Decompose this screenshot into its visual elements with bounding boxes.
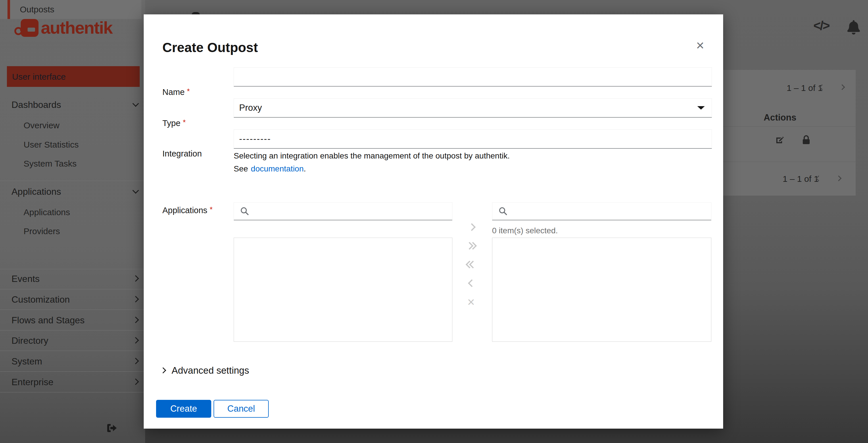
sidebar-item-overview[interactable]: Overview — [24, 121, 60, 130]
authentik-logo-text: authentik — [41, 18, 113, 38]
selected-search-input[interactable] — [492, 202, 711, 220]
required-marker: * — [210, 205, 212, 214]
sidebar-separator — [0, 392, 145, 392]
name-input[interactable] — [234, 67, 712, 87]
sidebar-item-outposts-selected[interactable]: Outposts — [0, 0, 142, 19]
sidebar-group-flows-and-stages[interactable]: Flows and Stages — [11, 315, 85, 326]
sidebar: authentik User interface Dashboards Over… — [0, 0, 145, 443]
sidebar-item-user-statistics[interactable]: User Statistics — [24, 140, 79, 150]
edit-icon[interactable] — [775, 136, 784, 146]
bell-icon[interactable] — [847, 20, 860, 36]
actions-column-header: Actions — [764, 113, 797, 123]
sidebar-group-directory[interactable]: Directory — [11, 335, 48, 346]
cancel-button[interactable]: Cancel — [214, 400, 269, 418]
lock-icon[interactable] — [802, 135, 810, 146]
chevron-down-icon — [132, 187, 139, 194]
sidebar-separator — [0, 181, 145, 181]
user-interface-label: User interface — [12, 72, 66, 82]
advanced-settings-toggle[interactable]: Advanced settings — [172, 365, 249, 376]
sidebar-separator — [0, 269, 145, 269]
close-icon[interactable]: × — [696, 38, 704, 52]
documentation-link[interactable]: documentation — [251, 164, 304, 173]
sidebar-item-system-tasks[interactable]: System Tasks — [24, 159, 77, 169]
create-button[interactable]: Create — [156, 400, 211, 418]
applications-field-label: Applications* — [162, 205, 213, 215]
sidebar-item-applications[interactable]: Applications — [24, 207, 70, 217]
sidebar-group-dashboards[interactable]: Dashboards — [11, 99, 61, 110]
chevron-right-icon — [132, 358, 139, 364]
chevron-right-icon — [132, 296, 139, 303]
selected-applications-list[interactable] — [492, 238, 711, 342]
authentik-logo-icon-slot — [28, 28, 35, 32]
sidebar-group-events[interactable]: Events — [11, 273, 40, 284]
required-marker: * — [187, 87, 190, 95]
move-all-right-icon[interactable] — [467, 243, 476, 250]
chevron-right-icon[interactable] — [160, 367, 166, 374]
name-field-label: Name* — [162, 87, 190, 97]
integration-field-label: Integration — [162, 149, 202, 158]
screen: 1 – 1 of 1 Actions 1 – 1 of 1 </> authen… — [0, 0, 868, 443]
chevron-right-icon — [132, 317, 139, 323]
sign-out-icon[interactable] — [106, 424, 117, 433]
sidebar-item-outposts-label: Outposts — [20, 5, 54, 14]
available-applications-list[interactable] — [234, 238, 453, 342]
user-interface-button[interactable]: User interface — [7, 66, 140, 87]
create-outpost-modal: Create Outpost × Name* Type* Proxy Integ… — [144, 14, 723, 429]
chevron-down-icon — [697, 106, 705, 110]
sidebar-item-providers[interactable]: Providers — [24, 227, 60, 236]
pagination-bottom-text: 1 – 1 of 1 — [783, 174, 818, 184]
sidebar-group-applications[interactable]: Applications — [11, 186, 61, 197]
selected-count-text: 0 item(s) selected. — [492, 226, 558, 235]
move-all-left-icon[interactable] — [467, 262, 476, 268]
pagination-next-icon[interactable] — [839, 84, 845, 90]
chevron-right-icon — [132, 275, 139, 282]
api-code-icon[interactable]: </> — [813, 19, 829, 33]
available-search-input[interactable] — [234, 202, 453, 220]
chevron-right-icon — [132, 379, 139, 385]
integration-help-docs: Seedocumentation. — [234, 164, 306, 174]
required-marker: * — [183, 118, 186, 126]
sidebar-group-enterprise[interactable]: Enterprise — [11, 377, 54, 387]
integration-help-text: Selecting an integration enables the man… — [234, 151, 509, 160]
type-select[interactable]: Proxy — [234, 98, 712, 118]
type-field-label: Type* — [162, 118, 186, 128]
sidebar-group-customization[interactable]: Customization — [11, 294, 70, 305]
sidebar-separator — [0, 351, 145, 351]
search-icon — [498, 206, 508, 217]
move-selected-right-icon[interactable] — [468, 223, 476, 231]
pagination-next-icon[interactable] — [836, 175, 842, 181]
clear-selection-icon[interactable]: × — [467, 296, 475, 308]
move-selected-left-icon[interactable] — [468, 279, 476, 287]
chevron-down-icon — [132, 100, 139, 107]
pagination-top-text: 1 – 1 of 1 — [787, 83, 823, 93]
chevron-right-icon — [132, 337, 139, 344]
integration-select[interactable]: --------- — [234, 129, 712, 149]
sidebar-separator — [0, 309, 145, 310]
active-item-indicator — [7, 0, 10, 19]
search-icon — [240, 206, 249, 217]
sidebar-group-system[interactable]: System — [11, 356, 42, 367]
modal-title: Create Outpost — [162, 40, 258, 55]
